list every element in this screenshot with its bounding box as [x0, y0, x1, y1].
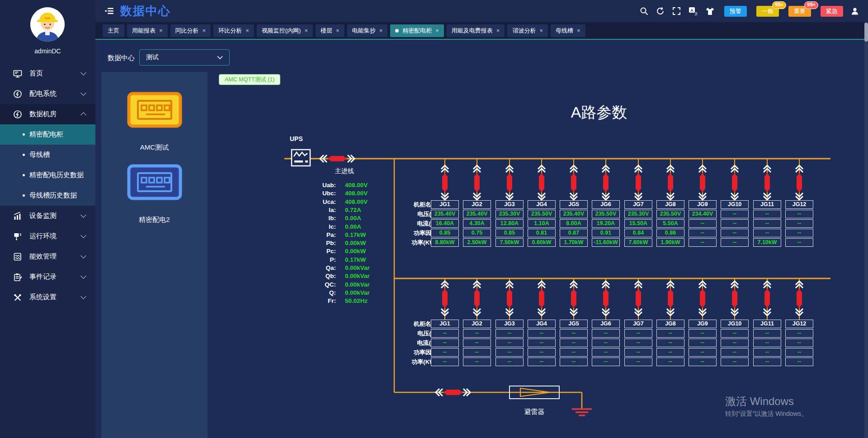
- value-cell: -11.60kW: [592, 238, 620, 247]
- tab-home[interactable]: 主页: [103, 24, 124, 37]
- alarm-button-urgent[interactable]: 紧急: [821, 6, 843, 17]
- sidebar-item-events[interactable]: 事件记录: [0, 267, 95, 287]
- active-tab-dot-icon: [395, 29, 399, 33]
- menu-collapse-icon[interactable]: [104, 6, 114, 16]
- tab-busway[interactable]: 母线槽×: [551, 24, 585, 37]
- translate-icon[interactable]: A文: [689, 7, 698, 15]
- tab-yoy-analysis[interactable]: 同比分析×: [170, 24, 211, 37]
- theme-icon[interactable]: [705, 7, 715, 15]
- datacenter-select-label: 数据中心: [108, 54, 135, 62]
- value-cell: --: [528, 358, 556, 366]
- alarm-button-important[interactable]: 重要99+: [788, 6, 811, 17]
- fullscreen-icon[interactable]: [672, 7, 681, 15]
- submenu-item-label: 精密配电柜: [29, 130, 63, 139]
- sidebar-item-settings[interactable]: 系统设置: [0, 287, 95, 307]
- tab-label: 楼层: [321, 27, 332, 35]
- sidebar-subitem-busway-history[interactable]: 母线槽历史数据: [0, 185, 95, 206]
- close-icon[interactable]: ×: [159, 27, 163, 34]
- value-cell: --: [656, 348, 684, 357]
- tab-label: 母线槽: [556, 27, 573, 35]
- param-label: Ubc:: [289, 190, 336, 197]
- sidebar-item-device-monitor[interactable]: 设备监测: [0, 206, 95, 226]
- value-cell: --: [656, 329, 684, 338]
- close-icon[interactable]: ×: [539, 27, 543, 34]
- value-cell: 235.30V: [495, 210, 524, 218]
- monitor-icon: [13, 69, 24, 78]
- value-cell: --: [528, 329, 556, 338]
- sidebar-item-energy[interactable]: 能效管理: [0, 246, 95, 267]
- value-cell: --: [624, 329, 652, 338]
- close-icon[interactable]: ×: [203, 27, 206, 34]
- value-cell: --: [495, 339, 524, 347]
- alarm-button-general[interactable]: 一般99+: [756, 6, 779, 17]
- sidebar-item-label: 能效管理: [29, 252, 57, 261]
- value-cell: 0.60kW: [528, 238, 556, 247]
- device-card-2[interactable]: 精密配电2: [101, 164, 208, 224]
- param-value: 408.00V: [345, 182, 368, 188]
- bullet-icon: [23, 174, 25, 176]
- submenu-item-label: 母线槽历史数据: [29, 191, 77, 200]
- avatar[interactable]: Acrel: [30, 7, 65, 42]
- device-label: AMC测试: [140, 143, 169, 152]
- value-cell: --: [721, 348, 749, 357]
- value-cell: --: [624, 339, 652, 347]
- tab-label: 视频监控(内网): [262, 27, 301, 35]
- close-icon[interactable]: ×: [496, 27, 500, 34]
- param-value: 408.00V: [345, 198, 368, 205]
- param-label: Ic:: [289, 223, 336, 230]
- app-title: 数据中心: [120, 3, 171, 19]
- close-icon[interactable]: ×: [304, 27, 308, 34]
- submenu-item-label: 精密配电历史数据: [29, 171, 84, 179]
- param-label: Qb:: [289, 273, 336, 279]
- tab-harmonic-analysis[interactable]: 谐波分析×: [507, 24, 548, 37]
- close-icon[interactable]: ×: [435, 27, 439, 34]
- tab-energy-report[interactable]: 用能报表×: [127, 24, 168, 37]
- value-cell: --: [785, 219, 813, 228]
- value-cell: --: [656, 339, 684, 347]
- value-cell: --: [656, 358, 684, 366]
- tab-precision-cabinet[interactable]: 精密配电柜×: [390, 24, 444, 37]
- sidebar-subitem-busway[interactable]: 母线槽: [0, 145, 95, 165]
- windows-watermark: 激活 Windows 转到“设置”以激活 Windows。: [725, 394, 807, 418]
- value-cell: --: [785, 348, 813, 357]
- scrollbar-thumb[interactable]: [864, 23, 868, 42]
- sidebar-item-power-distribution[interactable]: 配电系统: [0, 84, 95, 104]
- sidebar-subitem-precision-cabinet[interactable]: 精密配电柜: [0, 124, 95, 145]
- device-card-1[interactable]: AMC测试: [101, 92, 208, 152]
- close-icon[interactable]: ×: [379, 27, 383, 34]
- tab-meter-reading[interactable]: 电能集抄×: [347, 24, 388, 37]
- value-cell: 4.30A: [463, 219, 491, 228]
- param-label: Pa:: [289, 231, 336, 238]
- tab-energy-fee-report[interactable]: 用能及电费报表×: [447, 24, 505, 37]
- sidebar-item-data-room[interactable]: 数据机房: [0, 104, 95, 124]
- cabinet-name-cell: JG12: [785, 200, 813, 209]
- value-cell: --: [753, 348, 781, 357]
- value-cell: --: [721, 358, 749, 366]
- watermark-line2: 转到“设置”以激活 Windows。: [725, 410, 807, 418]
- device-group-button[interactable]: AMC MQTT测试 (1): [219, 74, 280, 85]
- topbar-tools: A文预警一般99+重要99+紧急: [640, 6, 868, 17]
- tab-video-monitor[interactable]: 视频监控(内网)×: [257, 24, 313, 37]
- sidebar-item-environment[interactable]: 运行环境: [0, 226, 95, 246]
- close-icon[interactable]: ×: [336, 27, 340, 34]
- tab-mom-analysis[interactable]: 环比分析×: [213, 24, 254, 37]
- scrollbar[interactable]: [864, 22, 868, 438]
- sidebar-item-label: 配电系统: [29, 89, 57, 98]
- close-icon[interactable]: ×: [577, 27, 580, 34]
- cabinet-name-cell: JG9: [689, 200, 717, 209]
- param-label: Uab:: [289, 182, 336, 188]
- alarm-button-warning[interactable]: 预警: [724, 6, 747, 17]
- diagram: AMC MQTT测试 (1) A路参数 UPS 主进线 避雷器 Uab:408.…: [208, 40, 868, 438]
- tab-floor[interactable]: 楼层×: [316, 24, 344, 37]
- value-cell: 5.50A: [656, 219, 684, 228]
- value-cell: --: [463, 339, 491, 347]
- refresh-icon[interactable]: [656, 7, 665, 15]
- sidebar-item-home[interactable]: 首页: [0, 63, 95, 84]
- datacenter-select-value: 测试: [146, 53, 159, 61]
- sidebar-subitem-precision-history[interactable]: 精密配电历史数据: [0, 165, 95, 185]
- search-icon[interactable]: [640, 7, 648, 15]
- user-icon[interactable]: [851, 7, 859, 15]
- cabinet-name-cell: JG1: [431, 320, 459, 328]
- close-icon[interactable]: ×: [245, 27, 249, 34]
- value-cell: --: [592, 348, 620, 357]
